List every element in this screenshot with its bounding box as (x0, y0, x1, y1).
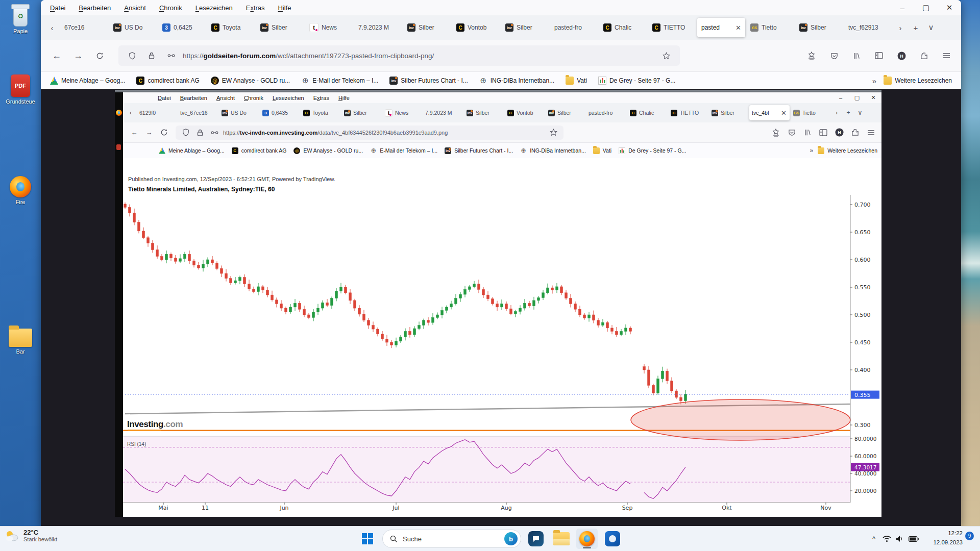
svg-text:Jun: Jun (279, 505, 288, 511)
tab-7-9-2023-m[interactable]: 7.9.2023 M (354, 18, 402, 37)
bookmark-de-grey-seite-97-g-[interactable]: De Grey - Seite 97 - G... (598, 77, 675, 85)
url-bar[interactable]: https://goldseiten-forum.com/wcf/attachm… (118, 45, 680, 66)
tab-0-6425[interactable]: 30,6425 (158, 18, 206, 37)
svg-text:0.550: 0.550 (854, 284, 871, 291)
tab-silber[interactable]: InvSilber (795, 18, 843, 37)
menu-hilfe[interactable]: Hilfe (278, 4, 291, 12)
bookmark-meine-ablage-goog-[interactable]: Meine Ablage – Goog... (50, 77, 125, 85)
menu-ansicht[interactable]: Ansicht (124, 4, 146, 12)
tab-tvc-f62913[interactable]: tvc_f62913 (844, 18, 892, 37)
bookmark-star-icon[interactable] (658, 48, 674, 63)
taskbar-explorer-button[interactable] (551, 529, 572, 549)
tab-silber[interactable]: InvSilber (403, 18, 451, 37)
weather-widget[interactable]: 22°C Stark bewölkt (4, 529, 57, 542)
tray-overflow-chevron[interactable]: ^ (872, 535, 875, 542)
inv-icon: Inv (505, 23, 513, 32)
tab-close-icon[interactable]: ✕ (736, 24, 741, 32)
bookmark-silber-futures-chart-i-[interactable]: InvSilber Futures Chart - I... (389, 77, 468, 85)
bookmarks-menu-icon[interactable] (804, 48, 819, 63)
more-bookmarks-folder[interactable]: Weitere Lesezeichen (884, 77, 952, 85)
minimize-button[interactable]: – (891, 0, 914, 15)
notification-badge[interactable]: 9 (965, 532, 974, 540)
clock-time: 12:22 (933, 529, 963, 538)
chart-icon (598, 77, 606, 85)
tab-67ce16[interactable]: 67ce16 (60, 18, 108, 37)
tab-label: US Do (125, 24, 153, 31)
inv-icon: Inv (389, 77, 398, 85)
lock-icon[interactable] (144, 48, 159, 63)
tab-label: tvc_f62913 (848, 24, 888, 31)
tab-silber[interactable]: InvSilber (256, 18, 304, 37)
search-box[interactable]: Suche b (382, 530, 521, 548)
tab-pasted-fro[interactable]: pasted-fro (550, 18, 598, 37)
desktop-icon-recycle-bin[interactable]: ♻ Papie (0, 4, 41, 34)
scroll-tabs-right-button[interactable]: › (893, 20, 908, 35)
new-tab-button[interactable]: + (909, 20, 923, 35)
menu-chronik[interactable]: Chronik (159, 4, 182, 12)
scroll-tabs-left-button[interactable]: ‹ (45, 20, 59, 35)
start-button[interactable] (357, 529, 378, 549)
menu-extras[interactable]: Extras (246, 4, 265, 12)
bookmarks-overflow-chevron[interactable]: » (872, 77, 876, 85)
firefox-icon (579, 531, 595, 546)
tab-label: Silber (811, 24, 839, 31)
list-tabs-button[interactable]: ∨ (924, 20, 938, 35)
clock-date: 12.09.2023 (933, 538, 963, 547)
desktop-icon-label: Grundsteue (6, 98, 35, 105)
tab-news[interactable]: tNews (305, 18, 353, 37)
tab-tietto[interactable]: GSTietto (746, 18, 794, 37)
taskbar-chat-button[interactable] (525, 529, 547, 549)
forward-button[interactable]: → (69, 47, 87, 64)
close-button[interactable]: ✕ (938, 0, 961, 15)
tab-chalic[interactable]: CChalic (599, 18, 647, 37)
svg-text:40.0000: 40.0000 (854, 470, 876, 477)
tab-label: 67ce16 (64, 24, 104, 31)
window-controls: – ▢ ✕ (891, 0, 961, 15)
desktop-icon-folder[interactable]: Bar (0, 329, 41, 355)
system-tray[interactable] (883, 535, 919, 542)
tab-tietto[interactable]: CTIETTO (648, 18, 696, 37)
bookmark-label: comdirect bank AG (148, 77, 199, 84)
investing-com-logo: Investing.com (127, 419, 183, 430)
pocket-icon[interactable] (826, 48, 842, 63)
permissions-icon[interactable] (163, 48, 179, 63)
taskbar-firefox-button[interactable] (576, 529, 598, 549)
inv-icon: Inv (260, 23, 268, 32)
reload-button[interactable] (91, 47, 108, 64)
menu-lesezeichen[interactable]: Lesezeichen (195, 4, 233, 12)
tab-toyota[interactable]: CToyota (207, 18, 255, 37)
desktop-icon-pdf[interactable]: PDF Grundsteue (0, 74, 41, 105)
back-button[interactable]: ← (48, 47, 65, 64)
svg-text:0.300: 0.300 (854, 422, 871, 429)
shield-icon[interactable] (125, 48, 140, 63)
bookmark-comdirect-bank-ag[interactable]: Ccomdirect bank AG (136, 77, 199, 85)
account-icon[interactable]: H (894, 48, 909, 63)
tab-pasted[interactable]: pasted✕ (697, 18, 745, 37)
tab-us-do[interactable]: InvUS Do (109, 18, 157, 37)
windows-logo-icon (362, 533, 373, 544)
tab-label: Silber (272, 24, 300, 31)
maximize-button[interactable]: ▢ (914, 0, 938, 15)
extensions-icon[interactable] (916, 48, 932, 63)
navigation-toolbar: ← → https://goldseiten-forum.com/wcf/att… (41, 40, 961, 72)
bookmark-ing-diba-internetban-[interactable]: ⊕ING-DiBa Internetban... (479, 77, 554, 85)
svg-text:0.700: 0.700 (854, 202, 871, 208)
bookmark-ew-analyse-gold-ru-[interactable]: @EW Analyse - GOLD ru... (211, 77, 290, 85)
sidebar-icon[interactable] (871, 48, 887, 63)
library-icon[interactable] (849, 48, 864, 63)
svg-text:0.355: 0.355 (854, 392, 871, 398)
svg-text:11: 11 (202, 505, 209, 511)
pdf-file-icon: PDF (11, 74, 30, 97)
bookmark-vati[interactable]: Vati (566, 77, 587, 85)
app-menu-icon[interactable] (939, 48, 954, 63)
menu-bearbeiten[interactable]: Bearbeiten (79, 4, 111, 12)
tab-vontob[interactable]: CVontob (452, 18, 500, 37)
menu-datei[interactable]: Datei (50, 4, 65, 12)
bookmark-e-mail-der-telekom-i-[interactable]: ⊕E-Mail der Telekom – I... (301, 77, 378, 85)
tab-silber[interactable]: InvSilber (501, 18, 549, 37)
desktop-icon-firefox[interactable]: Fire (0, 176, 41, 205)
cyellow-icon: C (211, 23, 219, 32)
taskbar-photos-button[interactable] (602, 529, 623, 549)
desktop-icon-label: Fire (16, 199, 26, 205)
taskbar-clock[interactable]: 12:22 12.09.2023 (933, 529, 963, 547)
